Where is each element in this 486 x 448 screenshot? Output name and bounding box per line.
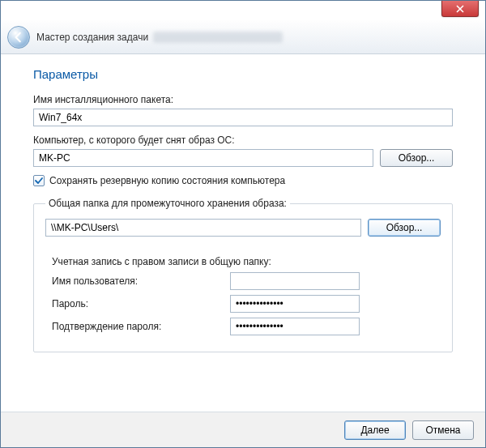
browse-share-button[interactable]: Обзор... bbox=[368, 219, 441, 237]
wizard-footer: Далее Отмена bbox=[1, 412, 485, 447]
save-backup-checkbox[interactable] bbox=[33, 175, 45, 186]
wizard-title: Мастер создания задачи bbox=[36, 32, 148, 43]
computer-label: Компьютер, с которого будет снят образ О… bbox=[33, 134, 453, 146]
close-button[interactable] bbox=[441, 1, 479, 17]
credentials-block: Учетная запись с правом записи в общую п… bbox=[45, 245, 441, 335]
browse-computer-button[interactable]: Обзор... bbox=[380, 149, 453, 167]
share-path-input[interactable] bbox=[45, 219, 361, 237]
password-label: Пароль: bbox=[52, 298, 230, 309]
page-heading: Параметры bbox=[20, 67, 466, 81]
share-legend: Общая папка для промежуточного хранения … bbox=[45, 198, 290, 209]
confirm-password-input[interactable] bbox=[230, 318, 360, 335]
share-group: Общая папка для промежуточного хранения … bbox=[33, 198, 453, 352]
wizard-header: Мастер создания задачи bbox=[1, 20, 485, 54]
credentials-label: Учетная запись с правом записи в общую п… bbox=[52, 256, 434, 267]
save-backup-label: Сохранять резервную копию состояния комп… bbox=[49, 175, 285, 186]
arrow-left-icon bbox=[13, 32, 24, 43]
wizard-body: Параметры Имя инсталляционного пакета: К… bbox=[1, 54, 485, 412]
package-name-input[interactable] bbox=[33, 109, 453, 126]
back-button[interactable] bbox=[7, 26, 30, 49]
next-button[interactable]: Далее bbox=[344, 420, 406, 440]
computer-input[interactable] bbox=[33, 149, 373, 167]
package-name-label: Имя инсталляционного пакета: bbox=[33, 94, 453, 105]
confirm-password-label: Подтверждение пароля: bbox=[52, 321, 230, 332]
titlebar bbox=[1, 1, 485, 20]
content: Имя инсталляционного пакета: Компьютер, … bbox=[20, 94, 466, 352]
wizard-window: Мастер создания задачи Параметры Имя инс… bbox=[0, 0, 486, 448]
username-input[interactable] bbox=[230, 272, 360, 290]
cancel-button[interactable]: Отмена bbox=[412, 420, 474, 440]
check-icon bbox=[35, 177, 43, 185]
close-icon bbox=[456, 5, 464, 13]
header-decorative-blur bbox=[153, 32, 283, 43]
password-input[interactable] bbox=[230, 295, 360, 313]
username-label: Имя пользователя: bbox=[52, 275, 230, 287]
